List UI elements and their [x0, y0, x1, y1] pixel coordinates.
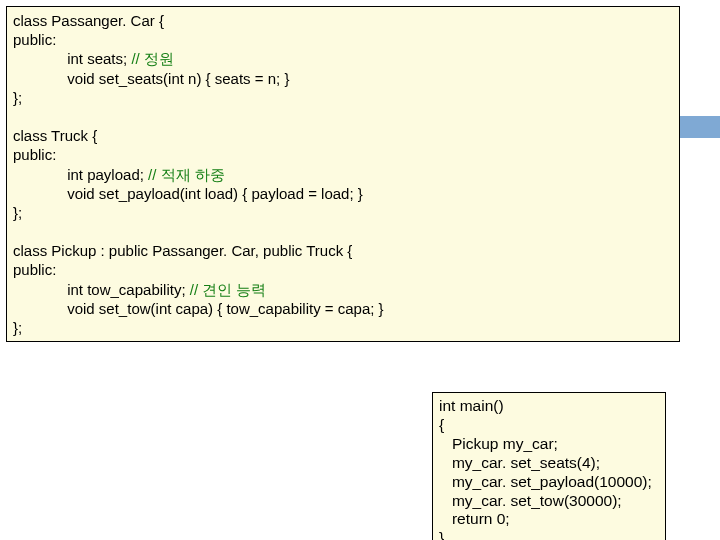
code-line: public:: [13, 31, 56, 48]
code-line: };: [13, 204, 22, 221]
code-line: int payload;: [13, 166, 148, 183]
comment-payload: // 적재 하중: [148, 166, 225, 183]
code-line: {: [439, 416, 444, 433]
code-line: void set_payload(int load) { payload = l…: [13, 185, 363, 202]
code-line: my_car. set_seats(4);: [439, 454, 600, 471]
code-line: public:: [13, 261, 56, 278]
comment-seats: // 정원: [131, 50, 174, 67]
code-line: int main(): [439, 397, 504, 414]
comment-tow: // 견인 능력: [190, 281, 267, 298]
code-line: my_car. set_tow(30000);: [439, 492, 622, 509]
code-line: int tow_capability;: [13, 281, 190, 298]
code-line: void set_seats(int n) { seats = n; }: [13, 70, 289, 87]
code-line: };: [13, 89, 22, 106]
code-line: class Truck {: [13, 127, 97, 144]
code-line: class Passanger. Car {: [13, 12, 164, 29]
code-line: int seats;: [13, 50, 131, 67]
code-line: Pickup my_car;: [439, 435, 558, 452]
code-line: public:: [13, 146, 56, 163]
code-block-main: int main() { Pickup my_car; my_car. set_…: [432, 392, 666, 540]
code-line: void set_tow(int capa) { tow_capability …: [13, 300, 384, 317]
code-line: };: [13, 319, 22, 336]
code-line: my_car. set_payload(10000);: [439, 473, 652, 490]
code-line: return 0;: [439, 510, 510, 527]
code-line: }: [439, 529, 444, 540]
code-line: class Pickup : public Passanger. Car, pu…: [13, 242, 352, 259]
code-block-classes: class Passanger. Car { public: int seats…: [6, 6, 680, 342]
